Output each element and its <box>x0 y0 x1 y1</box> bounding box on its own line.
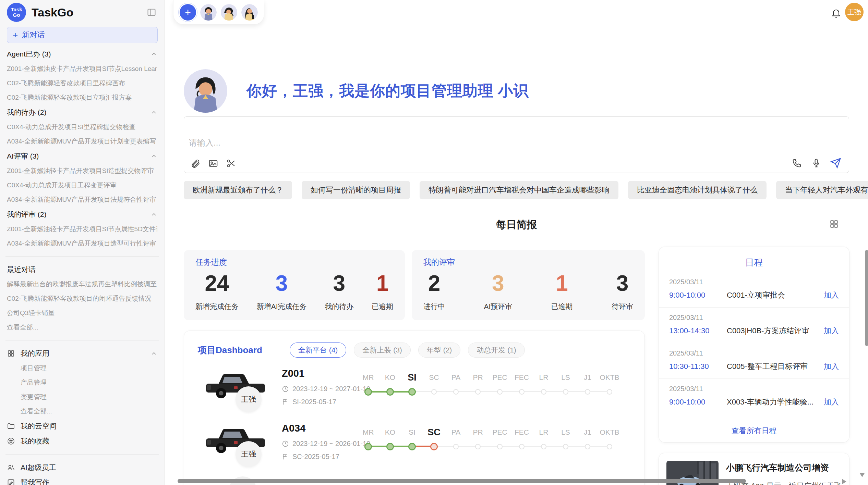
recent-chat-item[interactable]: C02-飞腾新能源轻客改款项目的闭环通告反馈情况 <box>7 291 157 306</box>
section-ai-review[interactable]: AI评审 (3) <box>7 149 157 164</box>
filter-chip-active[interactable]: 全新平台 (4) <box>290 343 347 358</box>
sidebar-item-favorites[interactable]: 我的收藏 <box>7 434 157 449</box>
project-row[interactable]: 王强 A034 2023-12-19 ~ 2026-01-19 SC-2025-… <box>184 420 644 475</box>
join-link[interactable]: 加入 <box>824 397 839 407</box>
chevron-up-icon[interactable] <box>150 109 157 116</box>
filter-chip[interactable]: 动总开发 (1) <box>468 343 525 358</box>
agent-avatar-3[interactable] <box>241 4 258 21</box>
milestone-label: PEC <box>489 424 511 440</box>
app-link[interactable]: 项目管理 <box>7 361 157 375</box>
sidebar-task-item[interactable]: C02-飞腾新能源轻客改款项目里程碑画布 <box>7 76 157 90</box>
sidebar-task-item[interactable]: C02-飞腾新能源轻客改款项目立项汇报方案 <box>7 90 157 105</box>
image-icon[interactable] <box>208 158 218 169</box>
my-review-stats: 2 进行中 3 AI预评审 1 已逾期 3 待评审 <box>423 271 633 311</box>
send-icon[interactable] <box>830 158 841 169</box>
view-all-schedule-link[interactable]: 查看所有日程 <box>659 426 849 436</box>
sidebar-task-item[interactable]: A034-全新新能源MUV产品开发项目计划变更表编写 <box>7 134 157 149</box>
scroll-right-arrow[interactable] <box>842 479 846 484</box>
join-link[interactable]: 加入 <box>824 326 839 336</box>
sidebar-task-item[interactable]: Z001-全新燃油皮卡产品开发项目SI节点Lesson Learn报告 <box>7 62 157 76</box>
my-review-card: 我的评审 2 进行中 3 AI预评审 1 已逾期 3 待评审 <box>412 250 645 320</box>
suggestion-chip[interactable]: 比亚迪全固态电池计划具体说了什么 <box>628 181 767 199</box>
chevron-up-icon[interactable] <box>150 153 157 160</box>
agent-avatar-1[interactable] <box>200 4 217 21</box>
logo-line-2: Go <box>13 12 20 18</box>
milestone-connector <box>456 446 478 447</box>
briefing-layout-icon[interactable] <box>829 219 839 229</box>
agent-avatar-2[interactable] <box>221 4 237 21</box>
recent-chat-item[interactable]: 查看全部... <box>7 320 157 335</box>
schedule-name: C001-立项审批会 <box>727 290 824 300</box>
schedule-title: 日程 <box>659 247 849 269</box>
scroll-down-arrow[interactable] <box>859 473 865 477</box>
recent-chat-item[interactable]: 解释最新出台的欧盟报废车法规再生塑料比例被调至15%... <box>7 277 157 291</box>
section-agent-done[interactable]: Agent已办 (3) <box>7 47 157 62</box>
divider <box>5 454 159 455</box>
section-title: Agent已办 (3) <box>7 49 51 59</box>
sidebar-task-item[interactable]: C0X4-动力总成开发项目SI里程碑提交物检查 <box>7 120 157 134</box>
new-chat-button[interactable]: + 新对话 <box>7 27 158 43</box>
app-link[interactable]: 产品管理 <box>7 375 157 390</box>
join-link[interactable]: 加入 <box>824 361 839 372</box>
project-flag-text: SC-2025-05-17 <box>292 453 339 461</box>
section-my-review[interactable]: 我的评审 (2) <box>7 207 157 222</box>
app-logo: Task Go <box>7 3 26 22</box>
divider <box>5 256 159 257</box>
suggestion-chip[interactable]: 特朗普可能对进口汽车增税会对中国车企造成哪些影响 <box>420 181 618 199</box>
milestone-LR: LR <box>533 369 555 398</box>
join-link[interactable]: 加入 <box>824 290 839 300</box>
stat: 1 已逾期 <box>372 271 393 311</box>
app-link[interactable]: 变更管理 <box>7 390 157 404</box>
sidebar-task-item[interactable]: A034-全新新能源MUV产品开发项目造型可行性评审 <box>7 236 157 251</box>
filter-chip[interactable]: 年型 (2) <box>418 343 461 358</box>
clock-icon <box>282 440 289 447</box>
project-row[interactable]: 王强 Z001 2023-12-19 ~ 2027-01-19 SI-2025-… <box>184 365 644 420</box>
sidebar-task-item[interactable]: A034-全新新能源MUV产品开发项目法规符合性评审 <box>7 192 157 207</box>
stat-label: 新增AI完成任务 <box>257 302 307 311</box>
sidebar-collapse-icon[interactable] <box>146 8 157 17</box>
horizontal-scrollbar-thumb[interactable] <box>178 479 746 483</box>
milestone-label: PEC <box>489 369 511 386</box>
milestone-connector <box>522 446 544 447</box>
milestone-dot <box>408 388 416 396</box>
project-code: A034 <box>282 423 305 434</box>
scissors-icon[interactable] <box>226 158 236 169</box>
milestone-dot <box>431 389 437 395</box>
attachment-icon[interactable] <box>190 158 201 169</box>
add-agent-button[interactable]: + <box>180 4 196 21</box>
chevron-up-icon[interactable] <box>150 51 157 58</box>
milestone-PR: PR <box>467 424 489 453</box>
recent-chat-item[interactable]: 公司Q3轻卡销量 <box>7 306 157 320</box>
sidebar-item-my-apps[interactable]: 我的应用 <box>7 346 157 361</box>
chevron-up-icon[interactable] <box>150 350 157 357</box>
milestone-LS: LS <box>555 369 577 398</box>
sidebar-task-item[interactable]: C0X4-动力总成开发项目工程变更评审 <box>7 178 157 192</box>
project-flag: SI-2025-05-17 <box>282 398 336 406</box>
sidebar-item-help-write[interactable]: 帮我写作 <box>7 475 157 485</box>
bell-icon[interactable] <box>831 8 842 18</box>
section-my-todo[interactable]: 我的待办 (2) <box>7 105 157 120</box>
suggestion-chip[interactable]: 欧洲新规最近颁布了什么？ <box>184 181 292 199</box>
vertical-scrollbar-thumb[interactable] <box>865 250 868 346</box>
milestone-strip: MRKOSISCPAPRPECFECLRLSJ1OKTB <box>357 369 620 398</box>
sidebar-task-item[interactable]: Z001-全新燃油轻卡产品开发项目SI节点属性5D文件评审 <box>7 222 157 236</box>
app-link[interactable]: 查看全部... <box>7 404 157 419</box>
milestone-dot <box>475 389 481 395</box>
user-avatar[interactable]: 王强 <box>845 3 864 21</box>
sidebar-item-cloud-space[interactable]: 我的云空间 <box>7 419 157 434</box>
sidebar-task-item[interactable]: Z001-全新燃油轻卡产品开发项目SI造型提交物评审 <box>7 164 157 178</box>
suggestion-chip[interactable]: 如何写一份清晰的项目周报 <box>302 181 410 199</box>
dashboard-filters: 全新平台 (4) 全新上装 (3) 年型 (2) 动总开发 (1) <box>290 343 525 358</box>
milestone-PA: PA <box>445 424 467 453</box>
chevron-up-icon[interactable] <box>150 211 157 218</box>
filter-chip[interactable]: 全新上装 (3) <box>354 343 411 358</box>
schedule-entry: 2025/03/11 13:00-14:30 C003|H0B-方案冻结评审 加… <box>659 308 849 343</box>
clock-icon <box>282 385 289 393</box>
milestone-dot <box>607 444 612 449</box>
sidebar-item-ai-staff[interactable]: AI超级员工 <box>7 460 157 475</box>
phone-icon[interactable] <box>792 158 802 168</box>
suggestion-chip[interactable]: 当下年轻人对汽车外观有怎样的喜好趋势 <box>776 181 868 199</box>
milestone-connector <box>478 391 500 392</box>
microphone-icon[interactable] <box>811 158 821 168</box>
message-input[interactable] <box>189 138 600 148</box>
